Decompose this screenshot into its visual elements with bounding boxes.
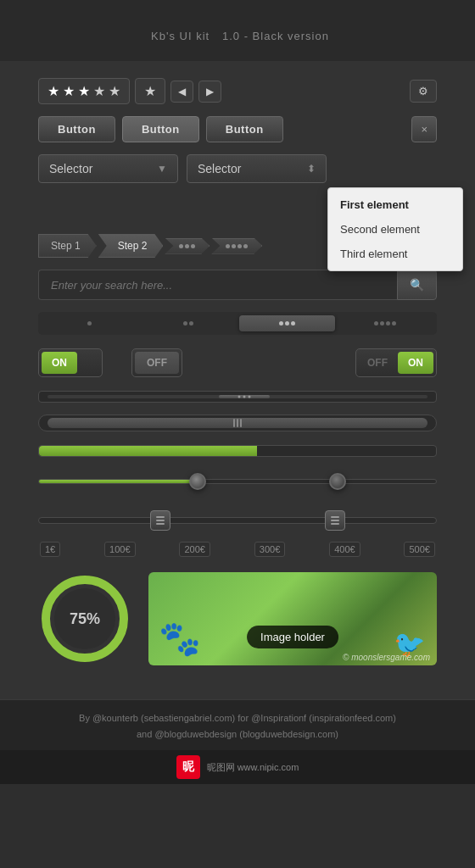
selector-1-label: Selector: [49, 162, 92, 175]
image-credit: © moonslersgame.com: [343, 653, 430, 662]
monster-decoration: 🐾: [159, 619, 201, 659]
range-slider[interactable]: [38, 469, 437, 494]
price-labels: 1€ 100€ 200€ 300€ 400€ 500€: [38, 542, 437, 557]
tab-4[interactable]: [338, 315, 433, 331]
watermark-logo: 昵: [176, 755, 200, 779]
chevron-updown-icon: ⬍: [307, 163, 316, 175]
step-dots-2[interactable]: [211, 238, 262, 254]
settings-button[interactable]: ⚙: [410, 80, 437, 103]
scroll-dots: [238, 396, 250, 398]
price-1: 1€: [40, 542, 60, 557]
close-button[interactable]: ×: [411, 116, 437, 142]
footer: By @kounterb (sebastiengabriel.com) for …: [0, 699, 475, 750]
tab-1[interactable]: [42, 315, 137, 331]
step-2[interactable]: Step 2: [98, 234, 164, 258]
search-row: 🔍: [38, 270, 437, 300]
progress-bar: [38, 445, 437, 457]
next-button[interactable]: ▶: [198, 81, 221, 103]
scrollbar-1[interactable]: [38, 391, 437, 403]
star-3[interactable]: ★: [78, 83, 90, 99]
toggle-row: ON OFF OFF ON: [38, 348, 437, 377]
price-5: 400€: [329, 542, 360, 557]
scrollbar2-thumb[interactable]: [48, 418, 428, 428]
selector-1[interactable]: Selector ▼: [38, 154, 178, 183]
star-favorite[interactable]: ★: [135, 78, 165, 104]
footer-line2: and @blogduwebdesign (blogduwebdesign.co…: [17, 726, 458, 743]
button-2[interactable]: Button: [122, 116, 199, 142]
star-5[interactable]: ★: [109, 83, 120, 99]
thumb-lines-right-icon: [331, 516, 339, 525]
range-track: [38, 479, 437, 484]
scrollbar-track: [48, 395, 428, 398]
watermark-text: 昵图网 www.nipic.com: [207, 761, 299, 774]
dropdown-item-1[interactable]: First element: [328, 192, 462, 217]
toggle-off-label: OFF: [135, 352, 179, 374]
widgets-row: 75% 🐾 🐦 Image holder © moonslersgame.com: [38, 572, 437, 665]
dropdown-item-2[interactable]: Second element: [328, 217, 462, 242]
toggle-off[interactable]: OFF: [131, 348, 182, 377]
prev-button[interactable]: ◀: [170, 81, 193, 103]
footer-line1: By @kounterb (sebastiengabriel.com) for …: [17, 710, 458, 726]
toggle-on[interactable]: ON: [38, 348, 103, 377]
scrollbar2-lines: [233, 419, 242, 427]
tab-3[interactable]: [239, 315, 335, 331]
step-dots-1[interactable]: [165, 238, 210, 254]
scrollbar-2[interactable]: [38, 415, 437, 431]
price-6: 500€: [404, 542, 434, 557]
step-1[interactable]: Step 1: [38, 234, 97, 258]
image-label: Image holder: [247, 626, 338, 648]
star-1[interactable]: ★: [48, 83, 59, 99]
star-rating-group[interactable]: ★ ★ ★ ★ ★: [38, 78, 130, 104]
range-fill: [39, 480, 198, 483]
buttons-row: Button Button Button ×: [38, 116, 437, 142]
chevron-down-icon: ▼: [157, 163, 167, 175]
star-2[interactable]: ★: [63, 83, 75, 99]
main-content: ★ ★ ★ ★ ★ ★ ◀ ▶ ⚙ Button Button Button ×…: [0, 61, 475, 699]
progress-bar-fill: [39, 446, 257, 456]
price-2: 100€: [104, 542, 135, 557]
thumb-lines-icon: [156, 516, 165, 525]
tab-row: [38, 312, 437, 335]
double-range-slider[interactable]: [38, 506, 437, 535]
toggle-on-empty: [79, 358, 99, 368]
price-3: 200€: [179, 542, 210, 557]
search-button[interactable]: 🔍: [397, 270, 437, 300]
selector-2-label: Selector: [198, 162, 241, 175]
toggle-on-label: ON: [42, 352, 77, 374]
dropdown-item-3[interactable]: Third element: [328, 242, 462, 266]
button-3[interactable]: Button: [206, 116, 283, 142]
header: Kb's UI kit 1.0 - Black version: [0, 0, 475, 61]
search-input[interactable]: [38, 270, 397, 300]
circular-percent: 75%: [70, 610, 100, 628]
toggle-both[interactable]: OFF ON: [355, 348, 437, 377]
double-thumb-left[interactable]: [150, 510, 170, 531]
star-rating-section: ★ ★ ★ ★ ★ ★ ◀ ▶ ⚙: [38, 78, 437, 104]
watermark-bar: 昵 昵图网 www.nipic.com: [0, 750, 475, 784]
selectors-row: Selector ▼ Selector ⬍ First element Seco…: [38, 154, 437, 183]
toggle-both-on: ON: [398, 352, 433, 374]
double-thumb-right[interactable]: [325, 510, 345, 531]
dropdown-menu: First element Second element Third eleme…: [327, 187, 463, 271]
range-thumb-right[interactable]: [329, 473, 346, 490]
selector-2[interactable]: Selector ⬍ First element Second element …: [187, 154, 327, 183]
scrollbar-thumb[interactable]: [219, 395, 270, 398]
circular-progress: 75%: [38, 572, 131, 665]
page-title: Kb's UI kit 1.0 - Black version: [0, 19, 475, 46]
price-4: 300€: [254, 542, 285, 557]
image-holder: 🐾 🐦 Image holder © moonslersgame.com: [148, 572, 437, 665]
button-1[interactable]: Button: [38, 116, 115, 142]
toggle-both-off: OFF: [359, 352, 396, 374]
star-4[interactable]: ★: [93, 83, 105, 99]
tab-2[interactable]: [140, 315, 236, 331]
range-thumb-left[interactable]: [189, 473, 206, 490]
double-track: [38, 517, 437, 524]
